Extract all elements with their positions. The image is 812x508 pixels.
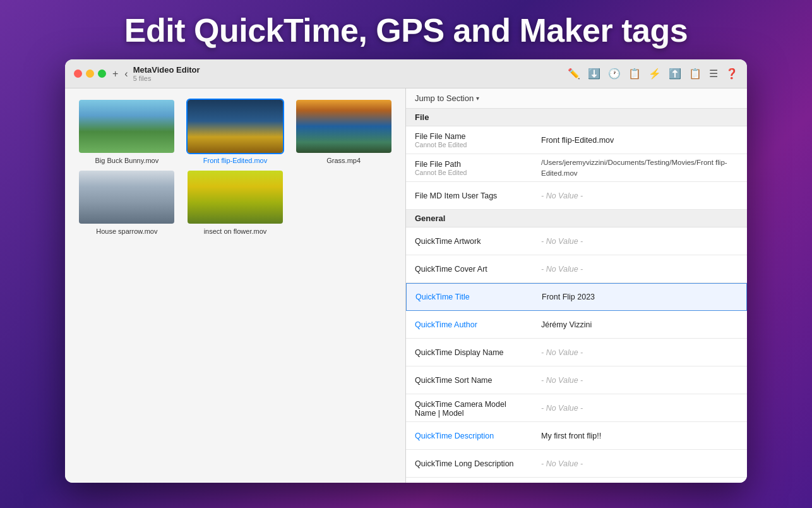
field-label-col: QuickTime Display Name [406, 339, 532, 366]
flash-icon[interactable]: ⚡ [648, 68, 661, 80]
app-body: Big Buck Bunny.mov Front flip-Edited.mov… [65, 88, 747, 483]
thumb-image [79, 171, 174, 224]
field-sublabel: Cannot Be Edited [415, 169, 523, 176]
field-label-col: QuickTime Description [406, 422, 532, 449]
maximize-button[interactable] [98, 70, 106, 78]
close-button[interactable] [74, 70, 82, 78]
field-row-usertags: File MD Item User Tags - No Value - [406, 182, 747, 210]
field-value-col[interactable]: - No Value - [532, 182, 747, 209]
thumbnail-item[interactable]: House sparrow.mov [75, 169, 179, 235]
thumb-filename: insect on flower.mov [204, 227, 267, 235]
field-row-title-highlighted: QuickTime Title Front Flip 2023 [406, 283, 747, 311]
page-headline: Edit QuickTime, GPS and Maker tags [124, 11, 688, 49]
field-value-noval: - No Value - [541, 459, 583, 468]
section-header-general: General [406, 210, 747, 227]
copy-icon[interactable]: 📋 [689, 68, 702, 80]
field-row-filepath: File File Path Cannot Be Edited /Users/j… [406, 154, 747, 182]
field-sublabel: Cannot Be Edited [415, 141, 523, 148]
thumb-image [79, 100, 174, 153]
title-bar-title: MetaVideo Editor 5 files [133, 65, 568, 82]
title-bar: + ‹ MetaVideo Editor 5 files ✏️ ⬇️ 🕐 📋 ⚡… [65, 59, 747, 88]
field-row-cameramodel: QuickTime Camera Model Name | Model - No… [406, 394, 747, 422]
field-row-description: QuickTime Description My first front fli… [406, 422, 747, 450]
field-value-col[interactable]: - No Value - [532, 339, 747, 366]
field-label-col: QuickTime Author [406, 311, 532, 338]
field-label: QuickTime Camera Model Name | Model [415, 400, 523, 418]
title-bar-controls: + ‹ [112, 68, 128, 80]
thumb-image [188, 100, 283, 153]
field-value-col[interactable]: Jérémy Vizzini [532, 311, 747, 338]
field-value-col[interactable]: - No Value - [532, 478, 747, 483]
field-row-copyright: QuickTime Copyright - No Value - [406, 478, 747, 483]
field-row-sortname: QuickTime Sort Name - No Value - [406, 366, 747, 394]
thumb-filename-selected: Front flip-Edited.mov [203, 157, 267, 164]
edit-icon[interactable]: ✏️ [568, 68, 580, 80]
field-value-col[interactable]: - No Value - [532, 450, 747, 477]
field-row-filename: File File Name Cannot Be Edited Front fl… [406, 126, 747, 154]
field-row-displayname: QuickTime Display Name - No Value - [406, 339, 747, 366]
field-value-noval: - No Value - [541, 404, 583, 413]
left-panel: Big Buck Bunny.mov Front flip-Edited.mov… [65, 88, 406, 483]
field-row-coverart: QuickTime Cover Art - No Value - [406, 255, 747, 283]
export-icon[interactable]: ⬇️ [588, 68, 600, 80]
field-value-noval: - No Value - [541, 265, 583, 274]
field-label: QuickTime Sort Name [415, 376, 523, 385]
minimize-button[interactable] [86, 70, 94, 78]
field-value-col[interactable]: /Users/jeremyvizzini/Documents/Testing/M… [532, 154, 747, 181]
field-row-artwork: QuickTime Artwork - No Value - [406, 227, 747, 255]
field-label-col: QuickTime Copyright [406, 478, 532, 483]
field-value-col[interactable]: - No Value - [532, 366, 747, 394]
field-row-longdesc: QuickTime Long Description - No Value - [406, 450, 747, 478]
field-value-noval: - No Value - [541, 191, 583, 200]
upload-icon[interactable]: ⬆️ [669, 68, 681, 80]
thumb-filename: Big Buck Bunny.mov [95, 157, 158, 164]
field-value: Front flip-Edited.mov [541, 136, 614, 145]
field-label-col: QuickTime Long Description [406, 450, 532, 477]
field-value-noval: - No Value - [541, 376, 583, 385]
help-icon[interactable]: ❓ [725, 68, 738, 80]
thumbnail-item[interactable]: insect on flower.mov [184, 169, 287, 235]
field-label-blue: QuickTime Author [415, 320, 523, 329]
field-label: QuickTime Long Description [415, 459, 523, 468]
field-value: Jérémy Vizzini [541, 320, 592, 329]
field-label-blue: QuickTime Description [415, 432, 523, 440]
list-icon[interactable]: ☰ [709, 68, 718, 80]
file-count-label: 5 files [133, 75, 152, 82]
jump-to-section-button[interactable]: Jump to Section ▾ [406, 88, 747, 109]
field-value-col[interactable]: - No Value - [532, 255, 747, 282]
field-label: QuickTime Artwork [415, 237, 523, 246]
field-label-col: QuickTime Artwork [406, 227, 532, 255]
field-value-col[interactable]: Front Flip 2023 [533, 284, 746, 310]
thumb-image [296, 100, 391, 153]
clipboard-icon[interactable]: 📋 [628, 68, 641, 80]
thumbnails-grid: Big Buck Bunny.mov Front flip-Edited.mov… [65, 88, 405, 245]
back-button[interactable]: ‹ [124, 68, 128, 80]
thumbnail-item[interactable]: Big Buck Bunny.mov [75, 99, 179, 164]
field-value-col[interactable]: My first front flip!! [532, 422, 747, 449]
app-window: + ‹ MetaVideo Editor 5 files ✏️ ⬇️ 🕐 📋 ⚡… [65, 59, 747, 483]
field-label-col: File File Name Cannot Be Edited [406, 126, 532, 154]
field-label-col: File MD Item User Tags [406, 182, 532, 209]
field-value-noval: - No Value - [541, 237, 583, 246]
thumb-filename: House sparrow.mov [96, 227, 157, 235]
field-label-col: QuickTime Cover Art [406, 255, 532, 282]
thumb-filename: Grass.mp4 [326, 157, 361, 164]
add-file-button[interactable]: + [112, 68, 118, 80]
field-label-col: QuickTime Title [407, 284, 533, 310]
field-value-col[interactable]: - No Value - [532, 227, 747, 255]
field-label-col: File File Path Cannot Be Edited [406, 154, 532, 181]
jump-to-section-label: Jump to Section [415, 94, 474, 103]
thumbnail-item-selected[interactable]: Front flip-Edited.mov [184, 99, 287, 164]
field-row-author: QuickTime Author Jérémy Vizzini [406, 311, 747, 339]
traffic-lights [74, 70, 106, 78]
field-value-noval: - No Value - [541, 348, 583, 357]
field-label: QuickTime Cover Art [415, 265, 523, 274]
app-name-label: MetaVideo Editor [133, 65, 200, 75]
time-icon[interactable]: 🕐 [608, 68, 621, 80]
field-label-blue: QuickTime Title [415, 293, 524, 301]
field-value-col[interactable]: Front flip-Edited.mov [532, 126, 747, 154]
field-value-col[interactable]: - No Value - [532, 394, 747, 421]
title-bar-actions: ✏️ ⬇️ 🕐 📋 ⚡ ⬆️ 📋 ☰ ❓ [568, 68, 738, 80]
field-label-col: QuickTime Camera Model Name | Model [406, 394, 532, 421]
thumbnail-item[interactable]: Grass.mp4 [292, 99, 395, 164]
